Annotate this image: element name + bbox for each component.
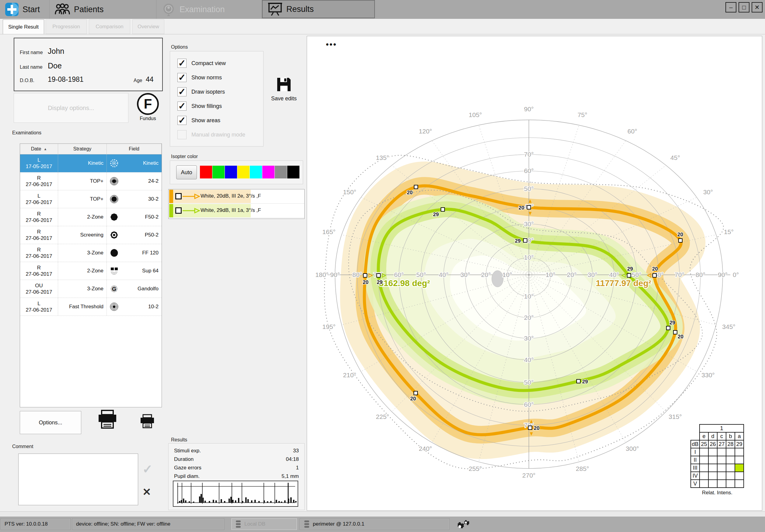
isopter-handle[interactable] <box>523 239 527 242</box>
color-swatch[interactable] <box>287 166 300 178</box>
isopter-handle[interactable] <box>414 391 417 395</box>
checked-checkbox-icon[interactable]: ✓ <box>177 59 187 68</box>
checked-checkbox-icon[interactable]: ✓ <box>177 73 187 82</box>
intensity-cell[interactable] <box>700 480 708 488</box>
intensity-cell[interactable] <box>717 448 726 456</box>
local-db-button[interactable]: Local DB <box>231 518 297 530</box>
intensity-cell[interactable] <box>735 464 744 472</box>
isopter-handle[interactable] <box>666 326 670 330</box>
minimize-button[interactable]: – <box>725 2 736 12</box>
exam-table-row[interactable]: R27-06-20172-ZoneF50-2 <box>20 208 162 226</box>
intensity-cell[interactable] <box>735 456 744 464</box>
exam-column-header-date[interactable]: Date▲ <box>20 144 58 154</box>
app-tab-patients[interactable]: Patients <box>50 0 156 19</box>
exam-column-header-field[interactable]: Field <box>107 144 162 154</box>
intensity-cell[interactable] <box>708 472 717 480</box>
exam-column-header-strategy[interactable]: Strategy <box>58 144 107 154</box>
unchecked-checkbox-icon[interactable] <box>177 130 187 139</box>
intensity-cell[interactable] <box>735 448 744 456</box>
intensity-cell[interactable] <box>726 456 735 464</box>
legend-checkbox[interactable] <box>175 193 182 199</box>
isopter-handle[interactable] <box>679 239 682 242</box>
isopter-handle[interactable] <box>528 426 532 429</box>
option-show-areas[interactable]: ✓Show areas <box>177 115 220 126</box>
intensity-cell[interactable] <box>735 472 744 480</box>
intensity-cell[interactable] <box>708 464 717 472</box>
exam-table-row[interactable]: L17-05-2017KineticKinetic <box>20 154 162 172</box>
intensity-cell[interactable] <box>726 480 735 488</box>
exam-table-row[interactable]: L27-06-2017Fast Threshold10-2 <box>20 298 162 316</box>
intensity-cell[interactable] <box>717 480 726 488</box>
intensity-cell[interactable] <box>717 464 726 472</box>
intensity-cell[interactable] <box>708 448 717 456</box>
isopter-handle[interactable] <box>577 380 580 383</box>
option-draw-isopters[interactable]: ✓Draw isopters <box>177 87 225 97</box>
color-swatch[interactable] <box>225 166 237 178</box>
isopter-handle[interactable] <box>627 274 631 277</box>
color-swatch[interactable] <box>275 166 287 178</box>
isopter-handle[interactable] <box>653 274 656 277</box>
isopter-handle[interactable] <box>363 274 367 277</box>
auto-color-button[interactable]: Auto <box>176 165 197 179</box>
print-button[interactable] <box>97 410 118 429</box>
intensity-cell[interactable] <box>700 472 708 480</box>
checked-checkbox-icon[interactable]: ✓ <box>177 87 187 96</box>
exam-table-row[interactable]: OU27-06-20173-ZoneGGandolfo <box>20 280 162 298</box>
isopter-legend-item[interactable]: White, 20dB, III 2e, 3°/s ,F <box>169 189 304 204</box>
intensity-cell[interactable] <box>717 472 726 480</box>
intensity-cell[interactable] <box>708 456 717 464</box>
intensity-cell[interactable] <box>726 448 735 456</box>
isopter-handle[interactable] <box>673 331 677 334</box>
tab-overview[interactable]: Overview <box>132 19 164 34</box>
close-button[interactable]: ✕ <box>752 2 763 12</box>
option-show-fillings[interactable]: ✓Show fillings <box>177 101 222 111</box>
chart-menu-button[interactable]: ••• <box>326 43 337 46</box>
exam-table-row[interactable]: R27-06-20172-ZoneSup 64 <box>20 262 162 280</box>
color-swatch[interactable] <box>262 166 275 178</box>
isopter-handle[interactable] <box>441 208 444 211</box>
tab-progression[interactable]: Progression <box>46 19 87 34</box>
intensity-cell[interactable] <box>735 480 744 488</box>
comment-input[interactable] <box>18 453 138 505</box>
settings-gears-icon[interactable] <box>456 519 469 531</box>
intensity-cell[interactable] <box>726 464 735 472</box>
exam-table-row[interactable]: R27-06-2017TOP+24-2 <box>20 172 162 190</box>
exam-field-cell: Sup 64 <box>107 262 162 280</box>
legend-checkbox[interactable] <box>175 207 182 214</box>
intensity-cell[interactable] <box>700 456 708 464</box>
app-tab-examination[interactable]: Examination <box>156 0 262 19</box>
option-show-norms[interactable]: ✓Show norms <box>177 72 222 83</box>
intensity-cell[interactable] <box>726 472 735 480</box>
app-tab-results[interactable]: Results <box>262 0 375 18</box>
tab-single-result[interactable]: Single Result <box>3 19 44 34</box>
exam-table-row[interactable]: R27-06-20173-ZoneFF 120 <box>20 244 162 262</box>
isopter-handle[interactable] <box>414 185 418 189</box>
intensity-cell[interactable] <box>717 456 726 464</box>
maximize-button[interactable]: □ <box>739 2 749 12</box>
checked-checkbox-icon[interactable]: ✓ <box>177 102 187 111</box>
intensity-cell[interactable] <box>700 448 708 456</box>
fundus-button[interactable]: F Fundus <box>133 93 163 124</box>
isopter-legend-item[interactable]: White, 29dB, III 1a, 3°/s ,F <box>169 204 304 218</box>
color-swatch[interactable] <box>237 166 250 178</box>
intensity-cell[interactable] <box>708 480 717 488</box>
comment-cancel-icon[interactable]: ✕ <box>142 486 151 498</box>
option-manual-drawing-mode[interactable]: Manual drawing mode <box>177 130 245 140</box>
checked-checkbox-icon[interactable]: ✓ <box>177 116 187 125</box>
color-swatch[interactable] <box>212 166 225 178</box>
isopter-handle[interactable] <box>377 274 381 277</box>
exam-options-button[interactable]: Options... <box>20 411 81 434</box>
option-compact-view[interactable]: ✓Compact view <box>177 58 226 68</box>
app-tab-start[interactable]: Start <box>0 0 50 19</box>
color-swatch[interactable] <box>250 166 262 178</box>
intensity-cell[interactable] <box>700 464 708 472</box>
isopter-handle[interactable] <box>527 205 531 209</box>
comment-accept-icon[interactable]: ✓ <box>142 462 153 476</box>
print-preview-button[interactable] <box>139 414 155 429</box>
tab-comparison[interactable]: Comparison <box>89 19 130 34</box>
display-options-button[interactable]: Display options... <box>14 93 128 123</box>
exam-table-row[interactable]: L27-06-2017TOP+30-2 <box>20 190 162 208</box>
save-edits-button[interactable]: Save edits <box>264 77 304 102</box>
color-swatch[interactable] <box>200 166 212 178</box>
exam-table-row[interactable]: R27-06-2017ScreeningP50-2 <box>20 226 162 244</box>
